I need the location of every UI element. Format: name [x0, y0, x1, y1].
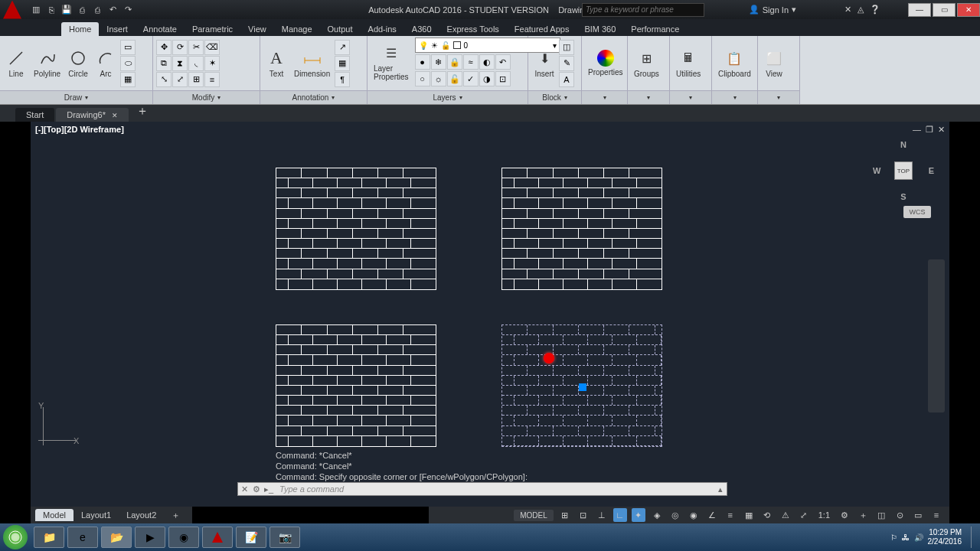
task-folder-icon[interactable]: 📂: [101, 527, 132, 548]
redo-icon[interactable]: ↷: [121, 3, 135, 17]
layer-uniso-icon[interactable]: ◑: [479, 71, 495, 86]
hardware-icon[interactable]: ⊙: [893, 508, 906, 522]
hatch-object-3[interactable]: [276, 324, 436, 447]
polar-icon[interactable]: ✦: [632, 508, 645, 522]
create-block-icon[interactable]: ◫: [559, 40, 574, 55]
app-logo-icon[interactable]: [3, 1, 21, 19]
expand-icon[interactable]: ▾: [217, 94, 220, 101]
fillet-icon[interactable]: ◟: [188, 56, 204, 71]
lineweight-icon[interactable]: ≡: [724, 508, 737, 522]
snap-icon[interactable]: ⊡: [577, 508, 590, 522]
expand-icon[interactable]: ▾: [777, 94, 780, 101]
scale-button[interactable]: 1:1: [815, 508, 833, 522]
task-chrome-icon[interactable]: ◉: [168, 527, 199, 548]
ribbon-tab-output[interactable]: Output: [320, 22, 361, 36]
layer-on-icon[interactable]: ○: [415, 71, 430, 86]
layer-state-icon[interactable]: ⊡: [495, 71, 511, 86]
vp-restore-icon[interactable]: ❐: [926, 125, 933, 135]
new-icon[interactable]: ▥: [29, 3, 43, 17]
layout-tab-layout1[interactable]: Layout1: [74, 509, 119, 521]
viewcube-s[interactable]: S: [900, 192, 906, 201]
dimension-tool[interactable]: Dimension: [291, 47, 333, 80]
navigation-bar[interactable]: [928, 259, 945, 412]
ribbon-tab-home[interactable]: Home: [61, 22, 99, 36]
infer-icon[interactable]: ⊥: [595, 508, 609, 522]
osnap-icon[interactable]: ◎: [668, 508, 682, 522]
task-media-icon[interactable]: ▶: [135, 527, 165, 548]
vp-minimize-icon[interactable]: —: [913, 125, 921, 135]
arc-tool[interactable]: Arc: [93, 47, 119, 80]
copy-icon[interactable]: ⧉: [156, 56, 172, 71]
tray-volume-icon[interactable]: 🔊: [914, 533, 923, 542]
print-icon[interactable]: ⎙: [90, 3, 104, 17]
open-icon[interactable]: ⎘: [44, 3, 58, 17]
exchange-icon[interactable]: ✕: [844, 5, 851, 15]
clipboard-tool[interactable]: 📋Clipboard: [715, 47, 754, 80]
ribbon-tab-annotate[interactable]: Annotate: [136, 22, 185, 36]
ortho-icon[interactable]: ∟: [613, 508, 627, 522]
layer-iso-icon[interactable]: ◐: [479, 54, 495, 70]
cmd-options-icon[interactable]: ⚙: [250, 484, 263, 494]
modelspace-button[interactable]: MODEL: [514, 510, 554, 521]
rectangle-icon[interactable]: ▭: [120, 40, 136, 55]
expand-icon[interactable]: ▾: [603, 94, 606, 101]
expand-icon[interactable]: ▾: [647, 94, 650, 101]
document-tab[interactable]: Drawing6*✕: [56, 108, 129, 122]
rotate-icon[interactable]: ⟳: [172, 40, 188, 55]
attr-icon[interactable]: A: [559, 72, 574, 87]
tray-flag-icon[interactable]: ⚐: [890, 533, 897, 542]
layer-unlock-icon[interactable]: 🔓: [447, 71, 462, 86]
scale-icon[interactable]: ⤢: [172, 72, 188, 87]
grip-icon[interactable]: [579, 383, 586, 391]
isoplane-icon[interactable]: ◈: [650, 508, 664, 522]
line-tool[interactable]: Line: [3, 47, 29, 80]
help-search-input[interactable]: [582, 3, 704, 17]
clock[interactable]: 10:29 PM 2/24/2016: [928, 528, 962, 546]
task-ie-icon[interactable]: e: [67, 527, 98, 548]
save-icon[interactable]: 💾: [60, 3, 74, 17]
close-button[interactable]: ✕: [957, 3, 980, 17]
stretch-icon[interactable]: ⤡: [156, 72, 172, 87]
hatch-object-1[interactable]: [276, 168, 436, 290]
array-icon[interactable]: ⊞: [188, 72, 204, 87]
cmd-close-icon[interactable]: ✕: [238, 484, 250, 494]
hatch-object-selected[interactable]: [501, 324, 662, 447]
hatch-object-2[interactable]: [501, 168, 662, 290]
wcs-badge[interactable]: WCS: [903, 206, 931, 218]
polyline-tool[interactable]: Polyline: [31, 47, 64, 80]
ribbon-tab-manage[interactable]: Manage: [274, 22, 320, 36]
viewcube-w[interactable]: W: [873, 166, 880, 175]
hatch-icon[interactable]: ▦: [120, 72, 136, 87]
move-icon[interactable]: ✥: [156, 40, 172, 55]
cmd-recent-icon[interactable]: ▴: [714, 484, 727, 494]
task-explorer-icon[interactable]: 📁: [34, 527, 64, 548]
ribbon-tab-parametric[interactable]: Parametric: [185, 22, 240, 36]
table-icon[interactable]: ▦: [335, 56, 350, 71]
expand-icon[interactable]: ▾: [85, 94, 88, 101]
task-autocad-icon[interactable]: [202, 527, 233, 548]
signin-button[interactable]: 👤 Sign In ▾: [749, 5, 796, 15]
layer-thaw-icon[interactable]: ☼: [431, 71, 446, 86]
insert-block-tool[interactable]: ⬇Insert: [531, 47, 557, 80]
cycling-icon[interactable]: ⟲: [760, 508, 774, 522]
expand-icon[interactable]: ▾: [733, 94, 737, 101]
viewcube-n[interactable]: N: [900, 140, 906, 149]
tab-close-icon[interactable]: ✕: [112, 112, 118, 119]
layer-prev-icon[interactable]: ↶: [495, 54, 511, 70]
plus-icon[interactable]: ＋: [856, 508, 870, 522]
ribbon-tab-bim-360[interactable]: BIM 360: [577, 22, 623, 36]
transparency-icon[interactable]: ▦: [742, 508, 756, 522]
ribbon-tab-performance[interactable]: Performance: [623, 22, 687, 36]
layer-off-icon[interactable]: ●: [415, 54, 430, 70]
layer-properties-tool[interactable]: ☰Layer Properties: [371, 41, 412, 83]
vp-close-icon[interactable]: ✕: [938, 125, 945, 135]
mirror-icon[interactable]: ⧗: [172, 56, 188, 71]
expand-icon[interactable]: ▾: [689, 94, 692, 101]
ribbon-tab-express-tools[interactable]: Express Tools: [439, 22, 507, 36]
clean-icon[interactable]: ▭: [911, 508, 925, 522]
viewcube-top[interactable]: TOP: [894, 161, 913, 180]
leader-icon[interactable]: ↗: [335, 40, 350, 55]
viewcube[interactable]: N S E W TOP: [873, 140, 934, 201]
mtext-icon[interactable]: ¶: [335, 72, 350, 87]
explode-icon[interactable]: ✶: [204, 56, 220, 71]
